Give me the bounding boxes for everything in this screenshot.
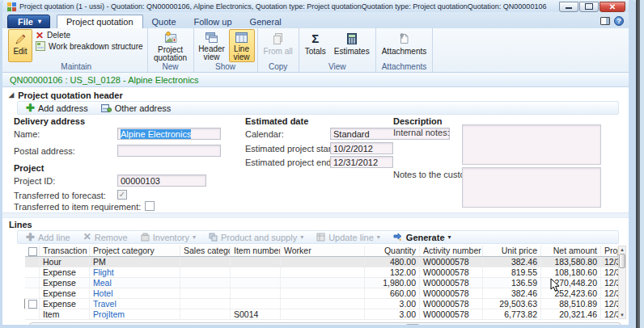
totals-button[interactable]: Σ Totals	[302, 29, 329, 62]
file-menu-button[interactable]: File ▾	[7, 15, 50, 28]
cell-sales-category[interactable]	[180, 288, 231, 298]
cell-net-amount[interactable]: 88,510.89	[541, 298, 601, 309]
cell-item-number[interactable]	[231, 288, 281, 298]
row-checkbox[interactable]	[28, 300, 37, 309]
cell-quantity[interactable]: 1,980.00	[365, 277, 420, 288]
cell-item-number[interactable]: S0014	[231, 309, 281, 320]
select-all-checkbox[interactable]	[28, 247, 37, 256]
vertical-scroll-thumb[interactable]	[619, 254, 625, 268]
cell-activity-number[interactable]: W00000578	[420, 309, 483, 320]
cell-project-category-link[interactable]: Meal	[90, 277, 180, 288]
cell-quantity[interactable]: 660.00	[365, 288, 420, 298]
scroll-up-icon[interactable]: ▴	[621, 246, 624, 253]
tab-general[interactable]: General	[241, 15, 290, 28]
grid-row-hotel[interactable]: Expense Hotel 660.00 W00000578 382.46 25…	[25, 288, 619, 298]
cell-project-date[interactable]: 12/31	[601, 267, 619, 277]
grid-row-projitem[interactable]: Item ProjItem S0014 3.00 W00000578 6,773…	[25, 309, 619, 320]
grid-horizontal-scrollbar[interactable]: ◂ ▸	[24, 322, 626, 328]
col-sales-category[interactable]: Sales category	[180, 246, 231, 256]
cell-project-category[interactable]: PM	[90, 256, 180, 267]
cell-net-amount[interactable]: 20,321.46	[541, 309, 601, 320]
col-activity-number[interactable]: Activity number	[420, 246, 483, 256]
postal-address-field[interactable]	[117, 145, 221, 157]
transferred-to-forecast-checkbox[interactable]: ✓	[117, 190, 127, 200]
horizontal-scroll-thumb[interactable]	[406, 324, 419, 328]
row-select-cell[interactable]	[25, 267, 40, 277]
grid-row-hour-pm[interactable]: Hour PM 480.00 W00000578 382.46 183,580.…	[25, 256, 619, 267]
cell-activity-number[interactable]: W00000578	[420, 288, 483, 298]
section-project-quotation-header[interactable]: ◢ Project quotation header	[9, 87, 629, 100]
cell-transaction-type[interactable]: Item	[40, 309, 90, 320]
cell-worker[interactable]	[281, 256, 365, 267]
cell-worker[interactable]	[281, 267, 365, 277]
cell-unit-price[interactable]: 6,773.82	[483, 309, 541, 320]
cell-activity-number[interactable]: W00000578	[420, 298, 483, 309]
estimated-start-field[interactable]: 10/2/2012	[330, 142, 393, 154]
cell-project-category-link[interactable]: Flight	[90, 267, 180, 277]
cell-unit-price[interactable]: 29,503.63	[483, 298, 541, 309]
minimize-button[interactable]	[559, 2, 578, 12]
col-unit-price[interactable]: Unit price	[483, 246, 541, 256]
estimates-button[interactable]: Estimates	[331, 29, 373, 62]
cell-item-number[interactable]	[231, 298, 281, 309]
col-worker[interactable]: Worker	[281, 246, 365, 256]
tab-follow-up[interactable]: Follow up	[185, 15, 241, 28]
cell-unit-price[interactable]: 382.46	[483, 256, 541, 267]
cell-unit-price[interactable]: 136.59	[483, 277, 541, 288]
cell-quantity[interactable]: 3.00	[365, 298, 420, 309]
grid-row-meal[interactable]: Expense Meal 1,980.00 W00000578 136.59 2…	[25, 277, 619, 288]
generate-menu-button[interactable]: Generate ▾	[393, 233, 451, 242]
scroll-down-icon[interactable]: ▾	[621, 312, 624, 318]
cell-unit-price[interactable]: 819.55	[483, 267, 541, 277]
row-select-cell[interactable]	[25, 277, 40, 288]
cell-project-date[interactable]: 12/31	[601, 277, 619, 288]
row-select-cell[interactable]	[25, 256, 40, 267]
cell-project-date[interactable]: 12/31	[601, 288, 619, 298]
work-breakdown-structure-button[interactable]: Work breakdown structure	[34, 41, 145, 51]
scroll-right-icon[interactable]: ▸	[623, 322, 626, 328]
cell-sales-category[interactable]	[180, 309, 231, 320]
delete-button[interactable]: ✕ Delete	[34, 31, 145, 40]
cell-transaction-type[interactable]: Expense	[40, 267, 90, 277]
horizontal-scroll-track[interactable]	[29, 322, 621, 328]
row-select-cell[interactable]	[25, 288, 40, 298]
internal-notes-textarea[interactable]	[462, 124, 601, 165]
row-select-cell[interactable]	[25, 309, 40, 320]
col-transaction-type[interactable]: Transaction type	[40, 246, 90, 256]
cell-project-date[interactable]: 12/31	[601, 298, 619, 309]
add-address-button[interactable]: ✚ Add address	[26, 103, 88, 113]
cell-project-category-link[interactable]: Hotel	[90, 288, 180, 298]
cell-activity-number[interactable]: W00000578	[420, 267, 483, 277]
notes-to-customer-textarea[interactable]	[462, 167, 601, 208]
col-project-date[interactable]: Projec	[601, 246, 619, 256]
cell-quantity[interactable]: 3.00	[365, 309, 420, 320]
tab-quote[interactable]: Quote	[143, 15, 185, 28]
restore-button[interactable]	[579, 2, 599, 12]
estimated-end-field[interactable]: 12/31/2012	[330, 156, 393, 168]
layout-icon[interactable]	[600, 17, 610, 25]
name-field[interactable]: Alpine Electronics	[117, 128, 221, 140]
select-all-header[interactable]	[25, 246, 40, 256]
cell-sales-category[interactable]	[180, 277, 231, 288]
line-view-button[interactable]: Line view	[229, 29, 255, 62]
project-quotation-button[interactable]: Project quotation	[150, 29, 191, 62]
scroll-left-icon[interactable]: ◂	[24, 322, 28, 328]
grid-row-travel-selected[interactable]: Expense Travel 3.00 W00000578 29,503.63 …	[25, 298, 619, 309]
cell-project-date[interactable]: 12/31	[601, 256, 619, 267]
transferred-to-item-requirement-checkbox[interactable]	[145, 201, 155, 211]
cell-project-date[interactable]: 12/31	[601, 309, 619, 320]
cell-project-category-link[interactable]: ProjItem	[90, 309, 180, 320]
cell-sales-category[interactable]	[180, 298, 231, 309]
cell-activity-number[interactable]: W00000578	[420, 256, 483, 267]
other-address-button[interactable]: Other address	[101, 103, 172, 113]
row-select-cell[interactable]	[25, 298, 40, 309]
cell-net-amount[interactable]: 183,580.80	[541, 256, 601, 267]
cell-activity-number[interactable]: W00000578	[420, 277, 483, 288]
cell-project-category-link[interactable]: Travel	[90, 298, 180, 309]
cell-worker[interactable]	[281, 309, 365, 320]
cell-transaction-type[interactable]: Expense	[40, 288, 90, 298]
grid-vertical-scrollbar[interactable]: ▴ ▾	[618, 246, 626, 319]
cell-quantity[interactable]: 480.00	[365, 256, 420, 267]
col-quantity[interactable]: Quantity	[365, 246, 420, 256]
cell-worker[interactable]	[281, 298, 365, 309]
